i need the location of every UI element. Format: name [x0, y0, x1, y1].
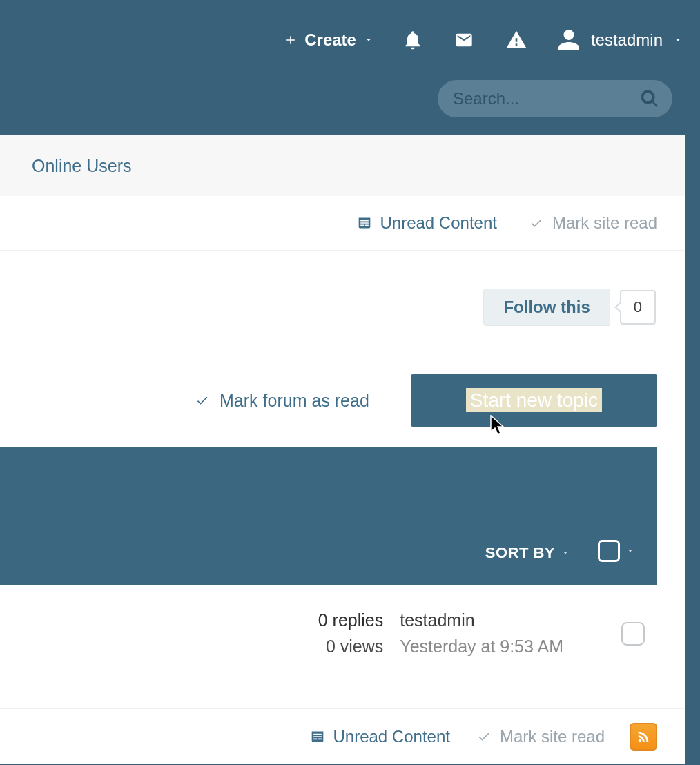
search-row: [0, 80, 700, 135]
sort-by-label: SORT BY: [485, 544, 555, 562]
rss-button[interactable]: [630, 723, 657, 751]
mark-site-read-link[interactable]: Mark site read: [475, 727, 605, 746]
envelope-icon: [451, 30, 476, 50]
mark-forum-read-label: Mark forum as read: [220, 391, 369, 411]
create-label: Create: [304, 30, 356, 50]
check-icon: [475, 730, 493, 744]
topic-checkbox[interactable]: [621, 622, 645, 646]
caret-down-icon: [672, 36, 683, 44]
sort-by-button[interactable]: SORT BY: [485, 544, 570, 562]
follow-label: Follow this: [483, 289, 610, 326]
warning-icon: [504, 29, 529, 51]
utility-row-top: Unread Content Mark site read: [0, 196, 685, 250]
search-input[interactable]: [438, 88, 634, 109]
caret-down-icon: [561, 550, 570, 556]
messages-button[interactable]: [451, 30, 476, 50]
caret-down-icon: [625, 548, 635, 554]
forum-header-bar: SORT BY: [0, 447, 657, 585]
topic-author-link[interactable]: testadmin: [400, 608, 563, 634]
topic-stats: 0 replies 0 views: [318, 608, 384, 659]
search-box: [438, 80, 672, 117]
follow-button[interactable]: Follow this 0: [483, 289, 656, 326]
unread-content-link[interactable]: Unread Content: [356, 213, 496, 233]
mark-forum-read-link[interactable]: Mark forum as read: [193, 391, 369, 411]
utility-row-bottom: Unread Content Mark site read: [0, 708, 685, 764]
start-new-topic-button[interactable]: Start new topic: [411, 374, 657, 427]
username-label: testadmin: [591, 30, 663, 50]
notifications-button[interactable]: [402, 28, 424, 52]
topic-replies: 0 replies: [318, 608, 384, 634]
start-new-topic-label: Start new topic: [466, 388, 602, 412]
plus-icon: [284, 33, 298, 47]
create-button[interactable]: Create: [284, 30, 374, 50]
topic-time: Yesterday at 9:53 AM: [400, 634, 563, 660]
search-button[interactable]: [639, 88, 660, 113]
top-nav-bar: Create testadmin: [0, 0, 700, 80]
unread-content-link[interactable]: Unread Content: [309, 727, 449, 746]
unread-content-label: Unread Content: [380, 213, 496, 233]
mark-site-read-link[interactable]: Mark site read: [527, 213, 657, 233]
rss-icon: [636, 729, 651, 744]
select-all-checkbox[interactable]: [598, 540, 620, 562]
follow-count-badge: 0: [620, 290, 656, 325]
unread-content-label: Unread Content: [333, 727, 449, 746]
topic-row: 0 replies 0 views testadmin Yesterday at…: [0, 585, 685, 708]
mark-site-read-label: Mark site read: [552, 213, 657, 233]
user-menu-button[interactable]: testadmin: [556, 28, 683, 52]
topic-views: 0 views: [318, 634, 384, 660]
check-icon: [193, 394, 211, 407]
action-row: Mark forum as read Start new topic: [0, 347, 685, 447]
page-background-edge: [685, 143, 700, 759]
caret-down-icon: [363, 36, 374, 44]
newspaper-icon: [356, 216, 373, 230]
tab-online-users[interactable]: Online Users: [32, 156, 132, 176]
select-all-toggle[interactable]: [598, 540, 635, 562]
search-icon: [639, 88, 660, 109]
bell-icon: [402, 28, 424, 52]
content-area: Online Users Unread Content Mark site re…: [0, 135, 685, 764]
check-icon: [527, 216, 545, 230]
mark-site-read-label: Mark site read: [500, 727, 605, 746]
follow-row: Follow this 0: [0, 251, 685, 347]
topic-meta: testadmin Yesterday at 9:53 AM: [400, 608, 563, 659]
tab-bar: Online Users: [0, 135, 685, 196]
avatar-icon: [556, 28, 581, 52]
newspaper-icon: [309, 730, 326, 744]
reports-button[interactable]: [504, 29, 529, 51]
